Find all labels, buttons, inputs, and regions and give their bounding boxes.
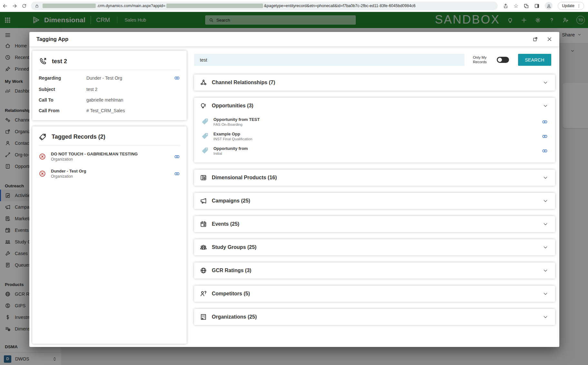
close-icon[interactable] — [547, 36, 552, 42]
person-question-icon — [200, 290, 207, 297]
section-dimensional-products[interactable]: Dimensional Products (16) — [194, 170, 555, 186]
redacted-url-segment — [166, 4, 263, 8]
globe-icon — [200, 267, 207, 274]
popout-icon[interactable] — [533, 36, 538, 42]
section-study-groups[interactable]: Study Groups (25) — [194, 239, 555, 255]
remove-tag-icon[interactable] — [39, 170, 46, 177]
chevron-down-icon — [543, 198, 548, 203]
forward-arrow-icon — [12, 3, 17, 9]
back-arrow-icon — [2, 3, 8, 9]
chevron-down-icon — [543, 103, 548, 108]
field-row-regarding: Regarding Dunder - Test Org — [39, 72, 180, 84]
opportunity-stage: Initial — [213, 152, 542, 155]
section-channel-relationships[interactable]: Channel Relationships (7) — [194, 74, 555, 91]
tag-icon — [201, 117, 209, 126]
bookmark-star-icon[interactable]: ☆ — [514, 3, 518, 9]
chevron-down-icon — [543, 80, 548, 85]
chevron-down-icon — [543, 291, 548, 296]
chevron-down-icon — [543, 245, 548, 250]
tagging-app-modal: Tagging App test 2 Regarding Dunder - Te… — [29, 32, 559, 347]
link-icon[interactable] — [542, 133, 548, 140]
opportunity-stage: INST Final Qualification — [213, 137, 542, 141]
tags-icon — [39, 133, 47, 141]
sidebar-toggle-icon[interactable] — [534, 3, 540, 9]
section-gcr-ratings[interactable]: GCR Ratings (3) — [194, 262, 555, 279]
remove-tag-icon[interactable] — [39, 153, 46, 160]
share-page-icon[interactable] — [503, 3, 508, 9]
only-my-records-toggle[interactable] — [497, 57, 509, 63]
field-row-subject: Subject test 2 — [39, 84, 180, 94]
field-value: test 2 — [86, 87, 180, 92]
link-icon[interactable] — [542, 119, 548, 125]
chevron-down-icon — [543, 268, 548, 273]
section-label: Channel Relationships (7) — [212, 80, 275, 85]
section-opportunities-header[interactable]: Opportunities (3) — [194, 98, 555, 114]
lightbulb-alert-icon — [200, 102, 207, 109]
calendar-icon — [200, 221, 207, 228]
chevron-down-icon — [543, 222, 548, 227]
field-value: # Test_CRM_Sales — [86, 108, 180, 113]
browser-back-button[interactable] — [0, 1, 10, 11]
field-label: Call From — [39, 108, 86, 113]
tagged-record-type: Organization — [51, 174, 174, 179]
search-button[interactable]: SEARCH — [518, 54, 551, 66]
url-text-suffix: &pagetype=entityrecord&etn=phonecall&id=… — [264, 4, 416, 8]
opportunity-row: Opportunity from TEST FAS On-Boarding — [201, 114, 548, 129]
extensions-icon[interactable] — [524, 3, 529, 9]
link-icon[interactable] — [174, 153, 180, 160]
tag-icon — [201, 146, 209, 155]
section-competitors[interactable]: Competitors (5) — [194, 286, 555, 302]
browser-menu-icon[interactable]: ⋮ — [577, 4, 581, 8]
browser-chrome: .crm.dynamics.com/main.aspx?appid=&paget… — [0, 0, 588, 12]
tagged-record-name: Dunder - Test Org — [51, 169, 174, 173]
browser-reload-button[interactable] — [19, 1, 29, 11]
opportunity-name: Example Opp — [213, 132, 542, 136]
section-label: GCR Ratings (3) — [212, 268, 251, 273]
search-row: Only My Records SEARCH — [194, 54, 551, 66]
channel-relationships-icon — [200, 79, 207, 86]
section-organizations[interactable]: Organizations (25) — [194, 309, 555, 325]
section-label: Opportunities (3) — [212, 103, 253, 109]
opportunity-stage: FAS On-Boarding — [213, 123, 542, 126]
section-label: Competitors (5) — [212, 291, 250, 297]
redacted-url-segment — [43, 4, 96, 8]
address-bar[interactable]: .crm.dynamics.com/main.aspx?appid=&paget… — [31, 2, 498, 10]
only-my-records-label: Only My Records — [473, 55, 494, 64]
section-campaigns[interactable]: Campaigns (25) — [194, 193, 555, 209]
field-label: Subject — [39, 87, 86, 92]
browser-update-button[interactable]: Update ⋮ — [558, 2, 584, 10]
tagged-records-card: Tagged Records (2) DO NOT TOUCH - GABRIE… — [32, 126, 187, 344]
modal-title: Tagging App — [36, 36, 68, 42]
tag-search-input[interactable] — [194, 54, 465, 66]
megaphone-icon — [200, 197, 207, 204]
field-label: Regarding — [39, 75, 86, 81]
browser-profile-icon[interactable] — [545, 2, 553, 10]
tagged-records-title: Tagged Records (2) — [52, 133, 105, 140]
tagged-record-name: DO NOT TOUCH - GABRIEHLMAN TESTING — [51, 152, 174, 156]
link-icon[interactable] — [542, 148, 548, 154]
tagged-record-row: DO NOT TOUCH - GABRIEHLMAN TESTING Organ… — [39, 148, 180, 165]
section-label: Dimensional Products (16) — [212, 175, 277, 181]
url-text-prefix: .crm.dynamics.com/main.aspx?appid= — [97, 4, 165, 8]
section-label: Organizations (25) — [212, 314, 257, 320]
link-icon[interactable] — [174, 171, 180, 177]
browser-forward-button[interactable] — [10, 1, 19, 11]
search-results-column: Only My Records SEARCH Channel Relations… — [189, 50, 555, 344]
reload-icon — [22, 3, 27, 8]
link-icon[interactable] — [174, 75, 180, 81]
record-title: test 2 — [52, 58, 67, 65]
tagged-record-type: Organization — [51, 157, 174, 162]
tag-icon — [201, 132, 209, 141]
section-events[interactable]: Events (25) — [194, 216, 555, 232]
phonecall-details-card: test 2 Regarding Dunder - Test Org Subje… — [32, 51, 187, 120]
section-label: Study Groups (25) — [212, 244, 257, 250]
section-opportunities: Opportunities (3) Opportunity from TEST … — [194, 98, 555, 163]
people-group-icon — [200, 244, 207, 251]
toggle-knob — [498, 58, 502, 62]
chevron-down-icon — [543, 314, 548, 320]
modal-body: test 2 Regarding Dunder - Test Org Subje… — [29, 47, 559, 347]
opportunity-row: Example Opp INST Final Qualification — [201, 129, 548, 143]
phone-outgoing-icon — [39, 57, 47, 65]
field-label: Call To — [39, 97, 86, 103]
record-summary-column: test 2 Regarding Dunder - Test Org Subje… — [32, 50, 189, 344]
